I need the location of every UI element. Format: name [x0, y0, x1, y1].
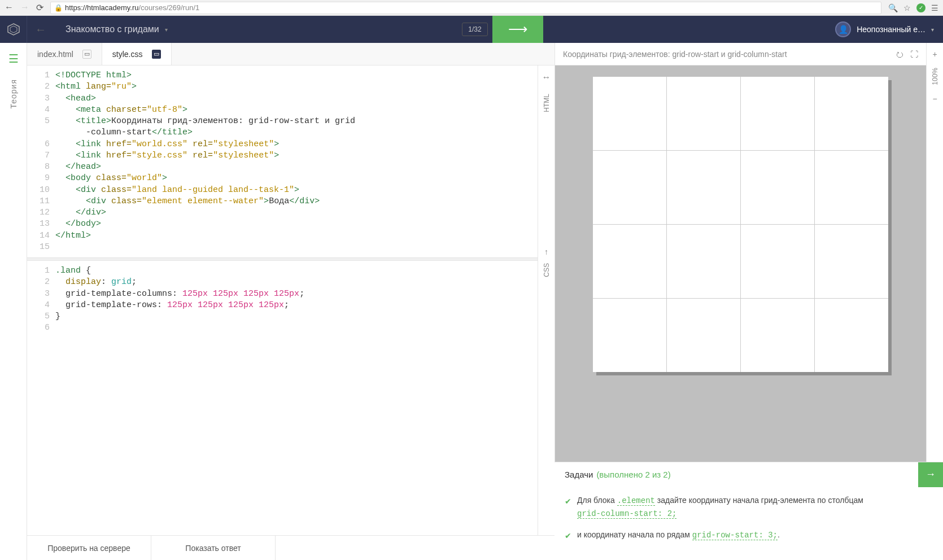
zoom-out-icon[interactable]: −: [932, 94, 937, 103]
editor-tabs: index.html ▭ style.css ▭: [27, 43, 555, 65]
forward-icon[interactable]: →: [20, 2, 29, 13]
user-menu[interactable]: 👤 Неопознанный е… ▾: [826, 21, 943, 37]
check-server-button[interactable]: Проверить на сервере: [27, 536, 151, 560]
url-host: ://htmlacademy.ru: [81, 3, 138, 12]
url-path: /courses/269/run/1: [139, 3, 200, 12]
lesson-progress[interactable]: 1/32: [462, 23, 487, 36]
zoom-level: 100%: [931, 68, 939, 85]
tasks-progress: (выполнено 2 из 2): [596, 470, 670, 479]
star-icon[interactable]: ☆: [903, 3, 911, 12]
tasks-header: Задачи (выполнено 2 из 2) →: [555, 462, 943, 487]
avatar: 👤: [835, 21, 851, 37]
app-header: ← Знакомство с гридами ▾ 1/32 ⟶ 👤 Неопоз…: [0, 16, 943, 43]
header-back-button[interactable]: ←: [27, 23, 54, 36]
zoom-in-icon[interactable]: +: [932, 50, 937, 59]
svg-marker-0: [8, 24, 19, 35]
check-icon: ✔: [565, 530, 571, 542]
resize-horizontal-icon[interactable]: ↔: [542, 72, 551, 82]
tab-style-css[interactable]: style.css ▭: [102, 43, 172, 65]
url-scheme: https: [65, 3, 81, 12]
collapse-icon[interactable]: ↑: [544, 247, 548, 256]
editor-footer: Проверить на сервере Показать ответ: [27, 535, 555, 560]
left-sidebar: ☰ Теория: [0, 43, 27, 560]
task-list: ✔ Для блока .element задайте координату …: [555, 487, 943, 560]
reload-icon[interactable]: ⟳: [36, 2, 43, 13]
editor-lang-rail: ↔ HTML ↑ CSS: [538, 65, 555, 535]
next-lesson-button[interactable]: ⟶: [492, 16, 543, 43]
tab-label: index.html: [37, 50, 73, 59]
line-gutter: 123456789101112131415: [27, 65, 55, 257]
split-icon[interactable]: ▭: [82, 50, 91, 59]
editor-panel: index.html ▭ style.css ▭ 123456789101112…: [27, 43, 555, 560]
tasks-next-button[interactable]: →: [918, 462, 943, 487]
code-editor[interactable]: 123456789101112131415 <!DOCTYPE html> <h…: [27, 65, 538, 535]
address-bar[interactable]: 🔒 https ://htmlacademy.ru /courses/269/r…: [50, 2, 881, 14]
zoom-rail: + 100% −: [926, 43, 943, 462]
tab-label: style.css: [112, 50, 143, 59]
chevron-down-icon: ▾: [165, 27, 168, 33]
task-item: ✔ и координату начала по рядам grid-row-…: [565, 528, 933, 542]
preview-header: Координаты грид-элементов: grid-row-star…: [555, 43, 926, 65]
lock-icon: 🔒: [54, 4, 63, 12]
task-item: ✔ Для блока .element задайте координату …: [565, 494, 933, 520]
preview-title: Координаты грид-элементов: grid-row-star…: [563, 50, 889, 59]
course-title[interactable]: Знакомство с гридами ▾: [54, 24, 179, 34]
css-label: CSS: [543, 263, 551, 277]
html-code[interactable]: <!DOCTYPE html> <html lang="ru"> <head> …: [55, 65, 538, 257]
line-gutter: 123456: [27, 261, 55, 339]
browser-toolbar: ← → ⟳ 🔒 https ://htmlacademy.ru /courses…: [0, 0, 943, 16]
grid-preview: [593, 77, 888, 372]
reload-preview-icon[interactable]: ⭮: [896, 50, 903, 59]
tasks-title: Задачи: [565, 470, 593, 479]
username: Неопознанный е…: [857, 25, 925, 34]
chevron-down-icon: ▾: [931, 27, 934, 33]
hamburger-icon[interactable]: ☰: [8, 52, 19, 65]
svg-marker-1: [10, 26, 17, 33]
course-title-text: Знакомство с гридами: [66, 24, 159, 34]
fullscreen-icon[interactable]: ⛶: [910, 50, 918, 59]
check-icon: ✔: [565, 495, 571, 520]
extension-icon[interactable]: ✓: [916, 3, 925, 12]
css-code[interactable]: .land { display: grid; grid-template-col…: [55, 261, 538, 339]
logo[interactable]: [0, 16, 27, 43]
html-label: HTML: [543, 94, 551, 112]
split-icon[interactable]: ▭: [152, 50, 161, 59]
show-answer-button[interactable]: Показать ответ: [151, 536, 276, 560]
theory-tab[interactable]: Теория: [9, 79, 18, 109]
tab-index-html[interactable]: index.html ▭: [27, 43, 102, 65]
preview-panel: Координаты грид-элементов: grid-row-star…: [555, 43, 943, 560]
menu-icon[interactable]: ☰: [931, 3, 938, 12]
zoom-icon[interactable]: 🔍: [888, 3, 898, 12]
back-icon[interactable]: ←: [5, 2, 14, 13]
preview-viewport: [555, 65, 926, 462]
